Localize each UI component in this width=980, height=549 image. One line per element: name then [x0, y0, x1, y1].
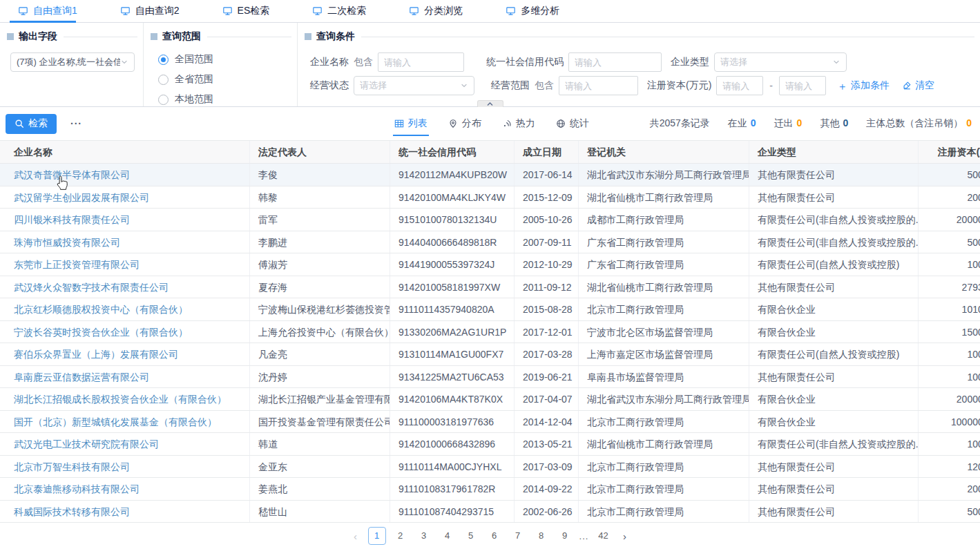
clear-conditions-button[interactable]: 清空	[902, 79, 934, 92]
cell-registered-capital: 5000.00	[919, 164, 980, 186]
cell-legal-representative: 傅淑芳	[250, 253, 390, 276]
tab-free-query-1[interactable]: 自由查询1	[8, 0, 87, 22]
collapse-handle[interactable]	[477, 100, 503, 107]
page-button-3[interactable]: 3	[415, 527, 433, 545]
table-row: 武汉烽火众智数字技术有限责任公司夏存海9142010058181997XW201…	[0, 276, 980, 299]
company-name-link[interactable]: 阜南鹿云亚信数据运营有限公司	[0, 366, 250, 388]
tab-secondary-search[interactable]: 二次检索	[302, 0, 376, 22]
company-name-link[interactable]: 四川银米科技有限责任公司	[0, 209, 250, 231]
cell-legal-representative: 李鹏进	[250, 231, 390, 253]
cell-company-type: 其他有限责任公司	[749, 164, 919, 186]
cell-establish-date: 2011-09-12	[515, 276, 579, 298]
page-button-2[interactable]: 2	[392, 527, 410, 545]
radio-label: 本地范围	[175, 93, 213, 106]
cell-legal-representative: 国开投资基金管理有限责任公司	[250, 411, 390, 433]
business-status-select[interactable]: 请选择	[354, 76, 474, 95]
company-name-link[interactable]: 北京泰迪熊移动科技有限公司	[0, 478, 250, 500]
next-page-button[interactable]: ›	[617, 530, 631, 542]
cell-registered-capital: 200000.00	[919, 209, 980, 231]
cell-legal-representative: 雷军	[250, 209, 390, 231]
company-name-link[interactable]: 北京市万智生科技有限公司	[0, 456, 250, 478]
view-tab-label: 统计	[570, 117, 589, 130]
cell-legal-representative: 夏存海	[250, 276, 390, 298]
tab-category-browse[interactable]: 分类浏览	[399, 0, 472, 22]
cell-legal-representative: 湖北长江招银产业基金管理有限公司	[250, 388, 390, 410]
company-name-link[interactable]: 湖北长江招银成长股权投资合伙企业（有限合伙）	[0, 388, 250, 410]
business-scope-input[interactable]	[559, 76, 638, 95]
more-options-button[interactable]: ···	[70, 119, 82, 128]
company-name-link[interactable]: 赛伯乐众界置业（上海）发展有限公司	[0, 343, 250, 365]
company-name-link[interactable]: 北京红杉顺德股权投资中心（有限合伙）	[0, 298, 250, 320]
page-button-1[interactable]: 1	[368, 527, 386, 545]
cell-registration-authority: 成都市工商行政管理局	[579, 209, 749, 231]
view-tab-distribution[interactable]: 分布	[448, 117, 481, 130]
cell-legal-representative: 凡金亮	[250, 343, 390, 365]
view-tab-heat[interactable]: 热力	[502, 117, 535, 130]
page-button-42[interactable]: 42	[594, 527, 612, 545]
company-type-select[interactable]: 请选择	[714, 52, 847, 72]
company-name-label: 企业名称	[310, 56, 349, 68]
tab-multidim-analysis[interactable]: 多维分析	[496, 0, 569, 22]
company-name-link[interactable]: 珠海市恒威投资有限公司	[0, 231, 250, 253]
company-type-label: 企业类型	[671, 56, 709, 68]
section-square-icon	[305, 33, 311, 40]
company-name-link[interactable]: 科威国际技术转移有限公司	[0, 501, 250, 523]
page-button-5[interactable]: 5	[462, 527, 480, 545]
business-scope-field-group: 经营范围 包含	[491, 76, 638, 95]
cell-establish-date: 2007-09-11	[515, 231, 579, 253]
cell-legal-representative: 李俊	[250, 164, 390, 186]
search-icon	[15, 119, 24, 128]
pin-icon	[448, 119, 458, 128]
section-divider	[361, 37, 974, 37]
view-tab-list[interactable]: 列表	[394, 117, 427, 130]
add-condition-button[interactable]: ＋ 添加条件	[837, 79, 890, 92]
company-name-link[interactable]: 武汉烽火众智数字技术有限责任公司	[0, 276, 250, 298]
page-button-6[interactable]: 6	[486, 527, 503, 545]
table-row: 北京红杉顺德股权投资中心（有限合伙）宁波梅山保税港红杉荟德投资管理...9111…	[0, 298, 980, 321]
cell-establish-date: 2014-09-22	[515, 478, 579, 500]
page-button-4[interactable]: 4	[439, 527, 457, 545]
radio-nationwide[interactable]: 全国范围	[158, 53, 297, 66]
query-conditions-header: 查询条件	[298, 28, 980, 45]
registered-capital-min-input[interactable]	[716, 76, 763, 95]
query-scope-options: 全国范围全省范围本地范围	[144, 45, 297, 106]
table-row: 阜南鹿云亚信数据运营有限公司沈丹婷91341225MA2TU6CA532019-…	[0, 366, 980, 389]
radio-dot-icon	[158, 75, 169, 85]
registered-capital-max-input[interactable]	[779, 76, 826, 95]
stat-other: 其他0	[820, 117, 848, 130]
company-name-input[interactable]	[378, 52, 464, 72]
table-row: 四川银米科技有限责任公司雷军91510100780132134U2005-10-…	[0, 209, 980, 231]
chevron-up-icon	[487, 102, 493, 106]
company-name-link[interactable]: 宁波长谷英时投资合伙企业（有限合伙）	[0, 321, 250, 343]
search-button[interactable]: 检索	[6, 114, 57, 134]
prev-page-button[interactable]: ‹	[349, 530, 363, 542]
radio-local[interactable]: 本地范围	[158, 93, 297, 106]
company-name-link[interactable]: 武汉奇普微半导体有限公司	[0, 164, 250, 186]
table-row: 武汉光电工业技术研究院有限公司韩道9142010006684328962013-…	[0, 433, 980, 456]
tab-label: 多维分析	[521, 5, 559, 17]
cell-registration-authority: 北京市工商行政管理局	[579, 298, 749, 320]
company-name-link[interactable]: 武汉光电工业技术研究院有限公司	[0, 433, 250, 455]
radio-province[interactable]: 全省范围	[158, 73, 297, 86]
company-name-link[interactable]: 武汉留学生创业园发展有限公司	[0, 186, 250, 209]
company-name-link[interactable]: 东莞市上正投资管理有限公司	[0, 253, 250, 276]
tab-free-query-2[interactable]: 自由查询2	[111, 0, 189, 22]
pagination: ‹123456789...42›	[0, 523, 980, 549]
view-tab-statistics[interactable]: 统计	[556, 117, 589, 130]
section-square-icon	[151, 33, 157, 40]
output-fields-select[interactable]: (7项) 企业名称,统一社会信...	[10, 52, 135, 72]
column-header-company-name: 企业名称	[0, 141, 250, 163]
page-button-8[interactable]: 8	[532, 527, 550, 545]
business-scope-label: 经营范围	[491, 79, 530, 92]
tab-es-search[interactable]: ES检索	[213, 0, 280, 22]
credit-code-input[interactable]	[568, 52, 662, 72]
company-name-link[interactable]: 国开（北京）新型城镇化发展基金（有限合伙）	[0, 411, 250, 433]
column-header-credit-code: 统一社会信用代码	[390, 141, 515, 163]
section-square-icon	[7, 33, 14, 40]
page-button-7[interactable]: 7	[509, 527, 527, 545]
brush-icon	[902, 81, 912, 90]
query-scope-section: 查询范围 全国范围全省范围本地范围	[143, 23, 297, 106]
page-button-9[interactable]: 9	[556, 527, 574, 545]
cell-registered-capital: 1000.00	[919, 366, 980, 388]
cell-company-type: 有限责任公司(自然人投资或控股)	[749, 253, 919, 276]
